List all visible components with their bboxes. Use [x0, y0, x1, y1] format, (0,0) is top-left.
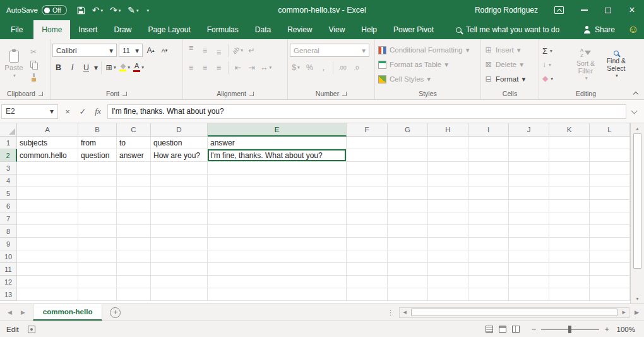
tell-me-box[interactable]: Tell me what you want to do — [456, 20, 559, 39]
save-button[interactable] — [77, 6, 85, 15]
fill-color-button[interactable]: ▾ — [119, 61, 131, 74]
font-color-button[interactable]: A▾ — [133, 61, 145, 74]
cell-C3[interactable] — [117, 162, 151, 175]
feedback-smiley-button[interactable]: ☺ — [623, 20, 644, 39]
cell-H12[interactable] — [428, 276, 468, 288]
tab-formulas[interactable]: Formulas — [199, 20, 247, 39]
column-header-E[interactable]: E — [208, 123, 347, 137]
row-header-3[interactable]: 3 — [0, 162, 17, 175]
cell-A4[interactable] — [17, 175, 78, 187]
cell-A13[interactable] — [17, 288, 78, 301]
conditional-formatting-button[interactable]: Conditional Formatting ▾ — [377, 44, 479, 57]
column-header-G[interactable]: G — [388, 123, 428, 137]
page-break-view-button[interactable] — [512, 326, 520, 333]
cell-G13[interactable] — [388, 288, 428, 301]
cell-B3[interactable] — [78, 162, 117, 175]
row-header-5[interactable]: 5 — [0, 187, 17, 200]
column-header-A[interactable]: A — [17, 123, 78, 137]
insert-function-button[interactable]: fx — [91, 104, 105, 119]
orientation-dropdown-icon[interactable]: ▾ — [241, 47, 243, 53]
cell-H2[interactable] — [428, 149, 468, 162]
cell-H9[interactable] — [428, 238, 468, 250]
cell-L4[interactable] — [590, 175, 630, 187]
cell-E13[interactable] — [208, 288, 347, 301]
cell-H11[interactable] — [428, 263, 468, 276]
horizontal-scrollbar-thumb[interactable] — [411, 309, 617, 316]
cell-J3[interactable] — [509, 162, 549, 175]
pen-dropdown-icon[interactable]: ▾ — [136, 8, 139, 13]
cell-K1[interactable] — [549, 137, 590, 149]
hscroll-end-icon[interactable]: ▶ — [635, 309, 644, 316]
zoom-level[interactable]: 100% — [615, 326, 635, 333]
cell-B8[interactable] — [78, 225, 117, 238]
cell-A2[interactable]: common.hello — [17, 149, 78, 162]
cell-L2[interactable] — [590, 149, 630, 162]
autosum-dropdown-icon[interactable]: ▾ — [550, 48, 552, 54]
number-format-combo[interactable]: General▾ — [290, 44, 369, 57]
row-header-1[interactable]: 1 — [0, 137, 17, 149]
collapse-ribbon-icon[interactable] — [633, 90, 638, 95]
cell-C4[interactable] — [117, 175, 151, 187]
cell-I4[interactable] — [468, 175, 509, 187]
cell-J12[interactable] — [509, 276, 549, 288]
undo-button[interactable]: ↶▾ — [92, 6, 103, 15]
vertical-scrollbar-thumb[interactable] — [633, 133, 641, 269]
minimize-button[interactable] — [572, 0, 596, 20]
tab-data[interactable]: Data — [247, 20, 279, 39]
merge-center-button[interactable]: ↔▾ — [259, 61, 272, 74]
tab-help[interactable]: Help — [353, 20, 385, 39]
cell-B2[interactable]: question — [78, 149, 117, 162]
cell-K7[interactable] — [549, 212, 590, 225]
customize-qat-button[interactable]: ▾ — [145, 8, 149, 13]
fill-button[interactable]: ↓▾ — [541, 58, 569, 71]
cell-J4[interactable] — [509, 175, 549, 187]
comma-format-button[interactable]: , — [318, 61, 330, 74]
cell-I10[interactable] — [468, 250, 509, 263]
cell-F11[interactable] — [347, 263, 388, 276]
cell-G5[interactable] — [388, 187, 428, 200]
merge-center-dropdown-icon[interactable]: ▾ — [270, 64, 272, 70]
cell-B12[interactable] — [78, 276, 117, 288]
share-button[interactable]: Share — [576, 20, 623, 39]
cell-K2[interactable] — [549, 149, 590, 162]
cell-H3[interactable] — [428, 162, 468, 175]
page-layout-view-button[interactable] — [499, 326, 506, 333]
decrease-decimal-button[interactable]: .0 — [350, 61, 362, 74]
maximize-button[interactable] — [596, 0, 620, 20]
cell-G6[interactable] — [388, 200, 428, 212]
cell-D12[interactable] — [151, 276, 208, 288]
autosave-toggle[interactable]: AutoSave Off — [6, 5, 67, 15]
cell-H8[interactable] — [428, 225, 468, 238]
cell-A12[interactable] — [17, 276, 78, 288]
row-header-13[interactable]: 13 — [0, 288, 17, 301]
cell-F12[interactable] — [347, 276, 388, 288]
redo-dropdown-icon[interactable]: ▾ — [119, 8, 121, 13]
cell-D6[interactable] — [151, 200, 208, 212]
cell-J7[interactable] — [509, 212, 549, 225]
column-header-J[interactable]: J — [509, 123, 549, 137]
row-header-7[interactable]: 7 — [0, 212, 17, 225]
align-left-button[interactable]: ≡ — [185, 61, 197, 74]
paste-button[interactable]: Paste ▾ — [2, 41, 26, 88]
bold-button[interactable]: B — [52, 61, 64, 74]
cell-J13[interactable] — [509, 288, 549, 301]
cell-E4[interactable] — [208, 175, 347, 187]
user-name[interactable]: Rodrigo Rodriguez — [475, 6, 538, 15]
cut-button[interactable]: ✂ — [28, 47, 39, 58]
cell-J8[interactable] — [509, 225, 549, 238]
undo-dropdown-icon[interactable]: ▾ — [100, 8, 103, 13]
cell-A5[interactable] — [17, 187, 78, 200]
cell-B11[interactable] — [78, 263, 117, 276]
redo-button[interactable]: ↷▾ — [110, 6, 121, 15]
cell-K10[interactable] — [549, 250, 590, 263]
formula-input[interactable]: I'm fine, thanks. What about you? — [107, 104, 626, 119]
cell-K9[interactable] — [549, 238, 590, 250]
cell-D2[interactable]: How are you? — [151, 149, 208, 162]
cell-F13[interactable] — [347, 288, 388, 301]
cell-E9[interactable] — [208, 238, 347, 250]
cell-E11[interactable] — [208, 263, 347, 276]
cell-J9[interactable] — [509, 238, 549, 250]
column-header-K[interactable]: K — [549, 123, 590, 137]
cell-I7[interactable] — [468, 212, 509, 225]
close-button[interactable]: × — [620, 0, 644, 20]
